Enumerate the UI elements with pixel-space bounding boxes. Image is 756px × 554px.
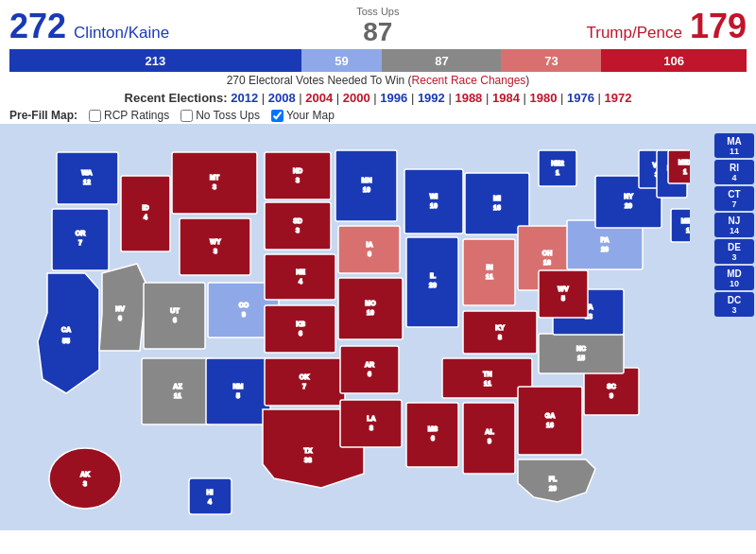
state-me1[interactable]: ME1 1 <box>671 209 690 242</box>
prefill-bar: Pre-Fill Map: RCP Ratings No Toss Ups Yo… <box>0 107 756 124</box>
state-ia[interactable]: IA 6 <box>338 226 400 273</box>
no-tossups-option[interactable]: No Toss Ups <box>180 109 260 122</box>
state-or[interactable]: OR 7 <box>52 209 109 270</box>
recent-elections-row: Recent Elections: 2012 | 2008 | 2004 | 2… <box>0 89 756 107</box>
svg-text:1: 1 <box>686 227 690 234</box>
state-ne2[interactable]: NE2 1 <box>539 150 576 186</box>
year-2008[interactable]: 2008 <box>268 91 296 105</box>
state-in[interactable]: IN 11 <box>463 239 515 305</box>
right-states-panel: MA11 RI4 CT7 NJ14 DE3 MD10 DC3 <box>714 133 754 317</box>
year-1996[interactable]: 1996 <box>380 91 407 105</box>
year-2012[interactable]: 2012 <box>231 91 258 105</box>
year-1980[interactable]: 1980 <box>529 91 557 105</box>
state-ok[interactable]: OK 7 <box>265 358 345 406</box>
notossup-checkbox[interactable] <box>180 110 193 122</box>
state-hi[interactable]: HI 4 <box>189 478 232 514</box>
state-nv[interactable]: NV 6 <box>99 264 146 351</box>
svg-text:7: 7 <box>78 239 82 246</box>
year-1984[interactable]: 1984 <box>492 91 520 105</box>
state-wi[interactable]: WI 10 <box>404 169 463 234</box>
state-nm[interactable]: NM 5 <box>206 358 270 424</box>
state-ar[interactable]: AR 6 <box>340 346 399 393</box>
state-mt[interactable]: MT 3 <box>172 152 257 214</box>
svg-text:18: 18 <box>543 259 551 266</box>
year-1988[interactable]: 1988 <box>455 91 482 105</box>
svg-text:SC: SC <box>607 383 616 390</box>
svg-text:8: 8 <box>369 424 373 431</box>
svg-text:ME1: ME1 <box>681 217 690 224</box>
svg-text:IN: IN <box>487 264 493 270</box>
state-wy[interactable]: WY 3 <box>180 218 250 275</box>
svg-text:ND: ND <box>293 167 302 174</box>
state-ks[interactable]: KS 6 <box>265 305 335 353</box>
your-map-option[interactable]: Your Map <box>271 109 335 122</box>
state-ak[interactable]: AK 3 <box>49 448 121 509</box>
state-ga[interactable]: GA 16 <box>518 387 582 455</box>
svg-text:ME2: ME2 <box>679 159 690 165</box>
state-mi[interactable]: MI 16 <box>465 173 529 234</box>
state-ut[interactable]: UT 6 <box>144 283 205 349</box>
svg-text:11: 11 <box>174 392 181 399</box>
state-ky[interactable]: KY 8 <box>463 311 537 354</box>
svg-rect-130 <box>668 150 690 183</box>
year-2004[interactable]: 2004 <box>305 91 333 105</box>
rcp-ratings-option[interactable]: RCP Ratings <box>89 109 169 122</box>
state-la[interactable]: LA 8 <box>340 400 402 447</box>
state-az[interactable]: AZ 11 <box>142 358 213 424</box>
svg-text:IA: IA <box>367 241 373 248</box>
state-pill-nj[interactable]: NJ14 <box>714 213 754 237</box>
svg-text:AL: AL <box>485 428 494 435</box>
svg-text:11: 11 <box>486 273 493 280</box>
state-ne[interactable]: NE 4 <box>265 254 335 300</box>
svg-text:OK: OK <box>300 373 310 380</box>
svg-text:CO: CO <box>239 302 249 308</box>
bar-red-dark: 106 <box>601 49 747 72</box>
state-id[interactable]: ID 4 <box>121 176 170 251</box>
svg-text:7: 7 <box>302 383 306 390</box>
svg-point-133 <box>49 448 121 509</box>
svg-text:16: 16 <box>546 422 554 428</box>
svg-text:WA: WA <box>81 169 92 176</box>
state-pill-ri[interactable]: RI4 <box>714 160 754 184</box>
svg-rect-82 <box>463 311 537 354</box>
recent-race-changes-link[interactable]: Recent Race Changes <box>412 74 526 87</box>
state-nc[interactable]: NC 15 <box>539 334 624 373</box>
rcp-checkbox[interactable] <box>89 110 101 122</box>
year-1976[interactable]: 1976 <box>567 91 594 105</box>
state-ms[interactable]: MS 6 <box>406 403 458 467</box>
svg-rect-22 <box>144 283 205 349</box>
svg-text:TX: TX <box>304 447 313 454</box>
svg-text:NE2: NE2 <box>551 160 564 166</box>
state-mn[interactable]: MN 10 <box>335 150 397 221</box>
state-pill-md[interactable]: MD10 <box>714 266 754 290</box>
svg-text:6: 6 <box>368 371 371 377</box>
year-1972[interactable]: 1972 <box>605 91 632 105</box>
state-mo[interactable]: MO 10 <box>338 278 403 339</box>
svg-text:NY: NY <box>624 193 633 199</box>
yourmap-checkbox[interactable] <box>271 110 284 122</box>
state-pill-dc[interactable]: DC3 <box>714 292 754 317</box>
svg-text:IL: IL <box>430 272 437 279</box>
state-wv[interactable]: WV 5 <box>539 270 588 318</box>
state-sc[interactable]: SC 9 <box>584 368 639 415</box>
svg-text:NE: NE <box>296 268 305 275</box>
header: 272 Clinton/Kaine Toss Ups 87 179 Trump/… <box>0 0 756 49</box>
svg-text:5: 5 <box>561 295 565 302</box>
state-nd[interactable]: ND 3 <box>265 152 331 199</box>
state-pill-ct[interactable]: CT7 <box>714 186 754 211</box>
svg-rect-31 <box>206 358 270 424</box>
svg-text:WV: WV <box>558 286 569 292</box>
svg-text:OH: OH <box>542 250 553 256</box>
state-al[interactable]: AL 9 <box>463 403 515 474</box>
state-pill-ma[interactable]: MA11 <box>714 133 754 158</box>
state-sd[interactable]: SD 3 <box>265 202 331 250</box>
tossup-label: Toss Ups <box>356 6 399 17</box>
state-ca[interactable]: CA 55 <box>38 273 99 393</box>
state-il[interactable]: IL 20 <box>406 237 458 327</box>
state-me2[interactable]: ME2 1 <box>668 150 690 183</box>
svg-text:MO: MO <box>365 300 376 306</box>
year-2000[interactable]: 2000 <box>343 91 370 105</box>
state-pill-de[interactable]: DE3 <box>714 239 754 264</box>
state-wa[interactable]: WA 12 <box>57 152 118 204</box>
year-1992[interactable]: 1992 <box>418 91 445 105</box>
